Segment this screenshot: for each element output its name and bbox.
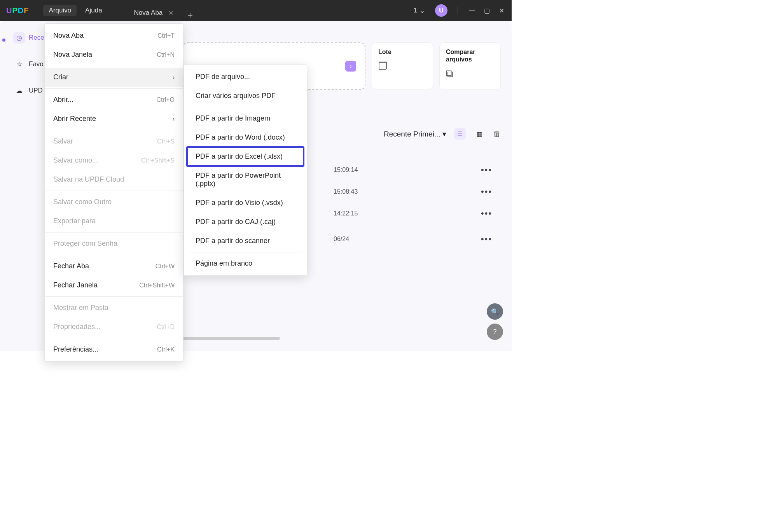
sidebar-label-favorites: Favo (29, 60, 44, 68)
shortcut: Ctrl+O (156, 96, 175, 103)
submenu-pagina-branco[interactable]: Página em branco (187, 254, 304, 273)
close-window-button[interactable]: ✕ (498, 7, 505, 14)
separator (45, 66, 183, 66)
menu-item-preferencias[interactable]: Preferências... Ctrl+K (45, 340, 183, 351)
arrow-right-icon: › (345, 61, 356, 72)
trash-button[interactable]: 🗑 (493, 130, 501, 138)
submenu-criar-varios[interactable]: Criar vários arquivos PDF (187, 86, 304, 105)
tab-nova-aba[interactable]: Nova Aba ✕ (119, 5, 178, 21)
shortcut: Ctrl+Shift+S (141, 157, 175, 164)
divider (36, 7, 36, 14)
sidebar: ◷ Rece ☆ Favo ☁ UPD (9, 29, 48, 108)
separator (45, 232, 183, 233)
label: Salvar na UPDF Cloud (53, 175, 124, 184)
clock-icon: ◷ (13, 32, 25, 44)
menu-item-abrir-recente[interactable]: Abrir Recente › (45, 109, 183, 128)
chevron-right-icon: › (173, 116, 175, 122)
user-avatar[interactable]: U (435, 4, 447, 17)
titlebar: UPDF Arquivo Ajuda Nova Aba ✕ ＋ 1 ⌄ U — … (0, 0, 512, 21)
menu-item-salvar-cloud: Salvar na UPDF Cloud (45, 170, 183, 189)
help-button[interactable]: ? (487, 324, 503, 340)
menu-item-fechar-aba[interactable]: Fechar Aba Ctrl+W (45, 257, 183, 276)
menu-item-exportar: Exportar para (45, 212, 183, 231)
shortcut: Ctrl+K (157, 346, 175, 351)
more-icon[interactable]: ••• (481, 208, 492, 219)
sort-dropdown[interactable]: Recente Primei... ▾ (384, 130, 446, 138)
label: Salvar como Outro (53, 198, 112, 206)
search-button[interactable]: 🔍 (487, 303, 503, 320)
criar-submenu: PDF de arquivo... Criar vários arquivos … (184, 65, 307, 276)
minimize-button[interactable]: — (468, 7, 476, 14)
sidebar-item-favorites[interactable]: ☆ Favo (9, 55, 48, 73)
label: Salvar como... (53, 156, 98, 164)
shortcut: Ctrl+D (157, 324, 175, 331)
menu-item-abrir[interactable]: Abrir... Ctrl+O (45, 90, 183, 109)
submenu-pdf-arquivo[interactable]: PDF de arquivo... (187, 67, 304, 86)
sidebar-item-cloud[interactable]: ☁ UPD (9, 82, 48, 100)
maximize-button[interactable]: ▢ (483, 7, 491, 14)
menu-item-salvar-outro: Salvar como Outro (45, 192, 183, 212)
menu-ajuda[interactable]: Ajuda (80, 5, 107, 16)
separator (45, 88, 183, 89)
more-icon[interactable]: ••• (481, 187, 492, 197)
more-icon[interactable]: ••• (481, 234, 492, 244)
submenu-pdf-powerpoint[interactable]: PDF a partir do PowerPoint (.pptx) (187, 166, 304, 193)
submenu-pdf-excel[interactable]: PDF a partir do Excel (.xlsx) (187, 147, 304, 166)
shortcut: Ctrl+T (157, 32, 175, 39)
separator (45, 191, 183, 191)
sort-row: Recente Primei... ▾ ☰ ▦ 🗑 (384, 128, 501, 140)
shortcut: Ctrl+S (157, 138, 175, 145)
win-count-number: 1 (414, 7, 417, 14)
shortcut: Ctrl+Shift+W (139, 282, 175, 289)
window-count[interactable]: 1 ⌄ (414, 7, 425, 15)
label: Criar (53, 73, 68, 81)
window-controls: 1 ⌄ U — ▢ ✕ (414, 4, 505, 17)
label: Nova Aba (53, 32, 84, 40)
menu-item-criar[interactable]: Criar › (45, 68, 183, 87)
separator (45, 255, 183, 255)
submenu-pdf-visio[interactable]: PDF a partir do Visio (.vsdx) (187, 193, 304, 212)
label: Fechar Aba (53, 262, 89, 270)
chevron-down-icon: ⌄ (419, 7, 425, 15)
label: Exportar para (53, 217, 96, 225)
separator (189, 252, 302, 252)
timestamp: 15:09:14 (334, 166, 358, 173)
more-icon[interactable]: ••• (481, 165, 492, 175)
submenu-pdf-caj[interactable]: PDF a partir do CAJ (.caj) (187, 212, 304, 231)
label: Propriedades... (53, 323, 101, 331)
close-tab-icon[interactable]: ✕ (168, 9, 173, 17)
card-compare[interactable]: Comparar arquivos ⧉ (439, 42, 501, 90)
submenu-pdf-word[interactable]: PDF a partir do Word (.docx) (187, 128, 304, 147)
separator (189, 107, 302, 107)
shortcut: Ctrl+N (157, 51, 175, 58)
tab-label: Nova Aba (134, 9, 163, 17)
menu-item-propriedades: Propriedades... Ctrl+D (45, 317, 183, 336)
label: Salvar (53, 137, 73, 145)
submenu-pdf-imagem[interactable]: PDF a partir de Imagem (187, 109, 304, 128)
label: Abrir... (53, 96, 73, 104)
list-view-button[interactable]: ☰ (454, 128, 466, 140)
compare-icon: ⧉ (446, 68, 494, 80)
separator (45, 130, 183, 130)
menu-item-nova-janela[interactable]: Nova Janela Ctrl+N (45, 45, 183, 64)
submenu-pdf-scanner[interactable]: PDF a partir do scanner (187, 231, 304, 250)
sidebar-item-recent[interactable]: ◷ Rece (9, 29, 48, 47)
menu-item-nova-aba[interactable]: Nova Aba Ctrl+T (45, 26, 183, 45)
sidebar-label-recent: Rece (29, 34, 44, 42)
card-title-compare: Comparar arquivos (446, 48, 494, 63)
menu-item-salvar-como: Salvar como... Ctrl+Shift+S (45, 151, 183, 170)
tab-strip: Nova Aba ✕ ＋ (119, 0, 195, 21)
chevron-right-icon: › (173, 74, 175, 81)
menu-arquivo[interactable]: Arquivo (43, 5, 77, 16)
label: Proteger com Senha (53, 240, 117, 248)
batch-icon: ❐ (378, 60, 426, 72)
new-tab-button[interactable]: ＋ (186, 9, 194, 21)
sort-label-text: Recente Primei... (384, 130, 440, 138)
menu-item-fechar-janela[interactable]: Fechar Janela Ctrl+Shift+W (45, 276, 183, 295)
card-lote[interactable]: Lote ❐ (372, 42, 433, 90)
cloud-icon: ☁ (13, 85, 25, 96)
menu-item-mostrar-pasta: Mostrar em Pasta (45, 298, 183, 317)
grid-view-button[interactable]: ▦ (474, 128, 485, 140)
card-title-lote: Lote (378, 48, 426, 56)
app-logo: UPDF (6, 6, 29, 15)
